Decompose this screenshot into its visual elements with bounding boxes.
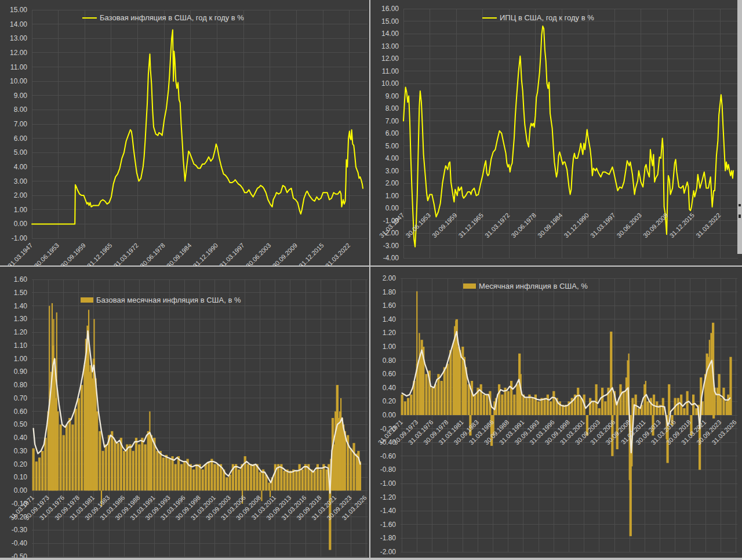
svg-text:13.00: 13.00 <box>10 34 27 42</box>
svg-text:13.00: 13.00 <box>381 42 399 50</box>
legend-label: Базовая инфляция в США, год к году в % <box>100 13 244 22</box>
svg-text:31.03.1997: 31.03.1997 <box>218 242 245 266</box>
svg-text:30.06.1953: 30.06.1953 <box>33 242 60 266</box>
chart-canvas-core-yoy: 15.0014.0013.0012.0011.0010.009.008.007.… <box>0 0 370 266</box>
legend-cpi-yoy[interactable]: ИПЦ в США, год к году в % <box>482 13 594 22</box>
svg-text:-0.80: -0.80 <box>380 466 397 474</box>
panel-divider-vertical <box>369 0 370 558</box>
svg-text:-1.80: -1.80 <box>380 534 397 542</box>
svg-text:10.00: 10.00 <box>381 79 399 88</box>
legend-core-mom[interactable]: Базовая месячная инфляция в США, в % <box>81 296 241 304</box>
chart-canvas-core-mom: 1.601.501.401.301.201.101.000.900.800.70… <box>0 267 370 560</box>
svg-text:0.20: 0.20 <box>14 460 28 468</box>
svg-text:1.30: 1.30 <box>14 315 28 323</box>
svg-text:-1.20: -1.20 <box>380 493 397 501</box>
sheet-edge-mark <box>739 214 741 218</box>
svg-text:-1.00: -1.00 <box>12 234 28 242</box>
chart-cpi-mom[interactable]: 2.001.801.601.401.201.000.800.600.400.20… <box>372 267 742 560</box>
svg-text:30.09.1984: 30.09.1984 <box>165 242 192 266</box>
svg-text:30.09.2009: 30.09.2009 <box>642 212 669 239</box>
svg-text:0.60: 0.60 <box>383 370 397 378</box>
svg-text:30.06.1978: 30.06.1978 <box>510 212 537 239</box>
svg-text:1.00: 1.00 <box>383 343 397 351</box>
svg-text:7.00: 7.00 <box>14 120 28 128</box>
svg-text:9.00: 9.00 <box>385 92 399 100</box>
svg-text:-2.00: -2.00 <box>380 548 397 556</box>
svg-text:1.60: 1.60 <box>383 301 397 310</box>
svg-text:1.00: 1.00 <box>14 355 28 363</box>
svg-text:12.00: 12.00 <box>10 49 27 57</box>
svg-text:30.09.1959: 30.09.1959 <box>431 212 458 239</box>
svg-text:16.00: 16.00 <box>381 5 399 13</box>
svg-text:-1.00: -1.00 <box>380 479 397 488</box>
svg-text:31.03.2022: 31.03.2022 <box>324 242 351 266</box>
svg-text:-1.40: -1.40 <box>380 507 397 515</box>
svg-text:8.00: 8.00 <box>385 104 399 112</box>
svg-text:-0.30: -0.30 <box>12 526 28 534</box>
worksheet: 15.0014.0013.0012.0011.0010.009.008.007.… <box>0 0 742 560</box>
svg-text:30.09.2009: 30.09.2009 <box>271 242 299 266</box>
chart-core-inflation-yoy[interactable]: 15.0014.0013.0012.0011.0010.009.008.007.… <box>0 0 370 266</box>
chart-core-inflation-mom[interactable]: 1.601.501.401.301.201.101.000.900.800.70… <box>0 267 370 560</box>
svg-text:11.00: 11.00 <box>382 67 399 75</box>
legend-bar-marker <box>463 283 476 289</box>
svg-text:0.00: 0.00 <box>383 411 397 419</box>
svg-text:2.00: 2.00 <box>14 191 28 199</box>
svg-text:0.00: 0.00 <box>14 220 28 228</box>
svg-text:0.80: 0.80 <box>383 357 397 365</box>
svg-text:-0.40: -0.40 <box>12 539 28 547</box>
svg-text:31.03.1972: 31.03.1972 <box>112 242 140 266</box>
svg-text:3.00: 3.00 <box>14 177 28 186</box>
svg-text:30.09.1959: 30.09.1959 <box>59 242 86 266</box>
svg-text:8.00: 8.00 <box>14 106 28 114</box>
svg-text:31.03.2022: 31.03.2022 <box>694 212 722 239</box>
chart-canvas-cpi-mom: 2.001.801.601.401.201.000.800.600.400.20… <box>372 267 742 560</box>
svg-text:31.12.2015: 31.12.2015 <box>668 212 696 239</box>
svg-text:1.40: 1.40 <box>14 302 28 310</box>
svg-text:0.60: 0.60 <box>14 408 28 416</box>
svg-text:14.00: 14.00 <box>10 20 27 28</box>
legend-line-marker <box>82 17 97 19</box>
svg-text:0.40: 0.40 <box>14 434 28 442</box>
svg-text:-3.00: -3.00 <box>383 242 399 250</box>
svg-text:-4.00: -4.00 <box>383 254 399 262</box>
chart-cpi-yoy[interactable]: 16.0015.0014.0013.0012.0011.0010.009.008… <box>372 0 742 266</box>
svg-text:-1.60: -1.60 <box>380 521 397 529</box>
svg-text:15.00: 15.00 <box>10 6 27 14</box>
panel-divider-horizontal <box>0 266 742 267</box>
sheet-edge-strip-bottom <box>0 558 742 560</box>
svg-text:1.20: 1.20 <box>14 328 28 336</box>
svg-text:0.30: 0.30 <box>14 447 28 455</box>
svg-text:2.00: 2.00 <box>383 274 397 282</box>
chart-canvas-cpi-yoy: 16.0015.0014.0013.0012.0011.0010.009.008… <box>372 0 742 266</box>
svg-text:6.00: 6.00 <box>14 134 28 143</box>
svg-text:31.12.1990: 31.12.1990 <box>192 242 219 266</box>
svg-text:30.09.1984: 30.09.1984 <box>536 212 563 239</box>
svg-text:30.06.2003: 30.06.2003 <box>615 212 642 239</box>
svg-text:-0.60: -0.60 <box>380 452 397 460</box>
svg-text:31.03.1997: 31.03.1997 <box>589 212 616 239</box>
legend-line-marker <box>482 17 497 19</box>
svg-text:5.00: 5.00 <box>385 142 399 150</box>
svg-text:4.00: 4.00 <box>14 163 28 171</box>
svg-text:4.00: 4.00 <box>385 154 399 162</box>
svg-text:1.00: 1.00 <box>14 206 28 214</box>
legend-cpi-mom[interactable]: Месячная инфляция в США, % <box>463 282 588 290</box>
svg-text:31.03.1947: 31.03.1947 <box>6 242 34 266</box>
svg-text:14.00: 14.00 <box>381 30 399 38</box>
svg-text:0.50: 0.50 <box>14 420 28 428</box>
svg-text:11.00: 11.00 <box>10 63 27 71</box>
svg-text:1.80: 1.80 <box>383 288 397 296</box>
legend-core-yoy[interactable]: Базовая инфляция в США, год к году в % <box>82 13 244 22</box>
svg-text:0.80: 0.80 <box>14 381 28 389</box>
svg-text:31.12.1965: 31.12.1965 <box>457 212 484 239</box>
legend-label: Месячная инфляция в США, % <box>479 282 588 290</box>
svg-text:0.90: 0.90 <box>14 368 28 376</box>
legend-label: ИПЦ в США, год к году в % <box>500 13 594 22</box>
svg-text:12.00: 12.00 <box>381 54 399 63</box>
svg-text:1.20: 1.20 <box>383 329 397 337</box>
svg-text:2.00: 2.00 <box>385 179 399 187</box>
svg-text:5.00: 5.00 <box>14 148 28 157</box>
svg-text:1.10: 1.10 <box>14 341 28 350</box>
legend-label: Базовая месячная инфляция в США, в % <box>96 296 241 304</box>
